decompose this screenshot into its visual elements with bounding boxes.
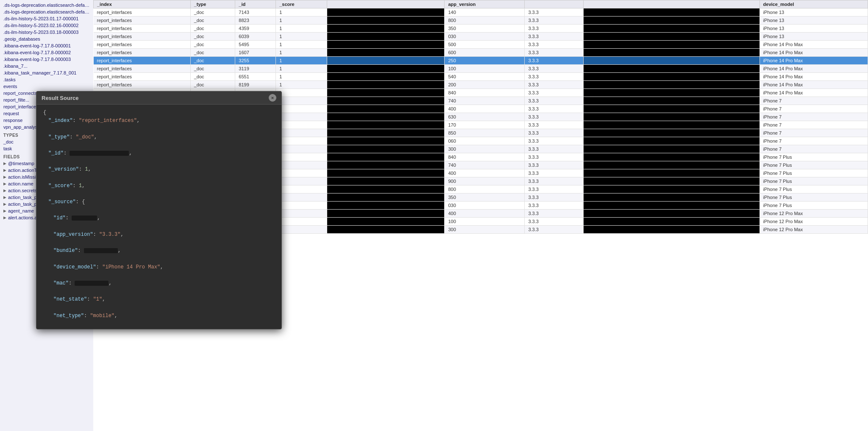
col-appver[interactable]: app_version	[445, 0, 525, 8]
cell-score: 1	[276, 226, 327, 234]
result-source-modal[interactable]: Result Source × { "_index": "report_inte…	[36, 91, 282, 329]
cell-score: 1	[276, 218, 327, 226]
cell-score: 1	[276, 49, 327, 57]
cell-ver2: 3.3.3	[525, 105, 584, 113]
table-row[interactable]: report_interfaces _doc 1607 1 600 3.3.3 …	[94, 49, 868, 57]
cell-ver2: 3.3.3	[525, 177, 584, 185]
cell-black1	[327, 153, 445, 161]
cell-appver: 800	[445, 17, 525, 25]
cell-score: 1	[276, 25, 327, 33]
col-version-blank[interactable]	[327, 0, 445, 8]
cell-device: iPhone 7 Plus	[760, 161, 868, 169]
cell-black1	[327, 73, 445, 81]
cell-ver2: 3.3.3	[525, 25, 584, 33]
cell-ver2: 3.3.3	[525, 169, 584, 177]
cell-appver: 400	[445, 210, 525, 218]
sidebar-item-index[interactable]: .kibana_task_manager_7.17.8_001	[0, 69, 93, 76]
table-row[interactable]: report_interfaces _doc 6551 1 540 3.3.3 …	[94, 73, 868, 81]
col-type[interactable]: _type	[190, 0, 235, 8]
cell-black1	[327, 185, 445, 193]
sidebar-item-index[interactable]: events	[0, 83, 93, 90]
sidebar-item-index[interactable]: .kibana-event-log-7.17.8-000003	[0, 56, 93, 63]
cell-type: _doc	[190, 49, 235, 57]
modal-body[interactable]: { "_index": "report_interfaces", "_type"…	[36, 105, 281, 329]
sidebar-item-index[interactable]: .ds-ilm-history-5-2023.03.18-000003	[0, 29, 93, 36]
cell-black2	[583, 25, 760, 33]
cell-black1	[327, 97, 445, 105]
cell-type: _doc	[190, 41, 235, 49]
sidebar-item-index[interactable]: .ds-ilm-history-5-2023.01.17-000001	[0, 15, 93, 22]
cell-ver2: 3.3.3	[525, 145, 584, 153]
cell-id: 5495	[235, 41, 276, 49]
cell-device: iPhone 14 Pro Max	[760, 89, 868, 97]
sidebar-item-index[interactable]: .kibana-event-log-7.17.8-000002	[0, 49, 93, 56]
cell-appver: 840	[445, 153, 525, 161]
cell-black2	[583, 161, 760, 169]
cell-ver2: 3.3.3	[525, 161, 584, 169]
table-row[interactable]: report_interfaces _doc 8199 1 200 3.3.3 …	[94, 81, 868, 89]
cell-appver: 100	[445, 218, 525, 226]
col-source[interactable]	[583, 0, 760, 8]
col-index[interactable]: _index	[94, 0, 191, 8]
cell-appver: 030	[445, 33, 525, 41]
cell-device: iPhone 7 Plus	[760, 202, 868, 210]
cell-score: 1	[276, 129, 327, 137]
sidebar-item-index[interactable]: .ds-ilm-history-5-2023.02.16-000002	[0, 22, 93, 29]
cell-appver: 060	[445, 137, 525, 145]
table-row[interactable]: report_interfaces _doc 5495 1 500 3.3.3 …	[94, 41, 868, 49]
sidebar-item-index[interactable]: .ds-logs-deprecation.elasticsearch-defau…	[0, 8, 93, 15]
cell-type: _doc	[190, 73, 235, 81]
cell-black2	[583, 226, 760, 234]
modal-close-button[interactable]: ×	[269, 94, 276, 102]
table-row[interactable]: report_interfaces _doc 6039 1 030 3.3.3 …	[94, 33, 868, 41]
cell-ver2: 3.3.3	[525, 33, 584, 41]
cell-black2	[583, 65, 760, 73]
cell-ver2: 3.3.3	[525, 17, 584, 25]
cell-black2	[583, 145, 760, 153]
col-device[interactable]: device_model	[760, 0, 868, 8]
col-id[interactable]: _id	[235, 0, 276, 8]
table-row[interactable]: report_interfaces _doc 3255 1 250 3.3.3 …	[94, 57, 868, 65]
cell-index: report_interfaces	[94, 41, 191, 49]
table-row[interactable]: report_interfaces _doc 7143 1 140 3.3.3 …	[94, 8, 868, 17]
cell-ver2: 3.3.3	[525, 202, 584, 210]
cell-score: 1	[276, 145, 327, 153]
cell-black2	[583, 193, 760, 202]
cell-black2	[583, 89, 760, 97]
cell-black2	[583, 57, 760, 65]
sidebar-item-index[interactable]: .tasks	[0, 76, 93, 83]
expand-arrow-icon: ▶	[3, 168, 6, 172]
cell-appver: 600	[445, 49, 525, 57]
table-row[interactable]: report_interfaces _doc 3119 1 100 3.3.3 …	[94, 65, 868, 73]
sidebar-item-index[interactable]: .geoip_databases	[0, 36, 93, 42]
cell-black1	[327, 145, 445, 153]
cell-appver: 140	[445, 8, 525, 17]
sidebar-item-index[interactable]: .ds-logs-deprecation.elasticsearch-defau…	[0, 2, 93, 8]
cell-appver: 500	[445, 41, 525, 49]
cell-device: iPhone 7 Plus	[760, 185, 868, 193]
cell-index: report_interfaces	[94, 33, 191, 41]
cell-id: 6551	[235, 73, 276, 81]
cell-device: iPhone 7	[760, 113, 868, 121]
cell-score: 1	[276, 185, 327, 193]
cell-black2	[583, 177, 760, 185]
cell-black1	[327, 105, 445, 113]
cell-black2	[583, 97, 760, 105]
cell-device: iPhone 7	[760, 121, 868, 129]
cell-black1	[327, 41, 445, 49]
cell-id: 8199	[235, 81, 276, 89]
cell-score: 1	[276, 8, 327, 17]
sidebar-item-index[interactable]: .kibana_7...	[0, 63, 93, 69]
table-row[interactable]: report_interfaces _doc 8823 1 800 3.3.3 …	[94, 17, 868, 25]
cell-type: _doc	[190, 8, 235, 17]
table-row[interactable]: report_interfaces _doc 4359 1 350 3.3.3 …	[94, 25, 868, 33]
cell-device: iPhone 7	[760, 137, 868, 145]
cell-ver2: 3.3.3	[525, 113, 584, 121]
expand-arrow-icon: ▶	[3, 161, 6, 166]
cell-score: 1	[276, 57, 327, 65]
col-score[interactable]: _score	[276, 0, 327, 8]
cell-ver2: 3.3.3	[525, 97, 584, 105]
col-ver2[interactable]	[525, 0, 584, 8]
cell-id: 3119	[235, 65, 276, 73]
sidebar-item-index[interactable]: .kibana-event-log-7.17.8-000001	[0, 42, 93, 49]
